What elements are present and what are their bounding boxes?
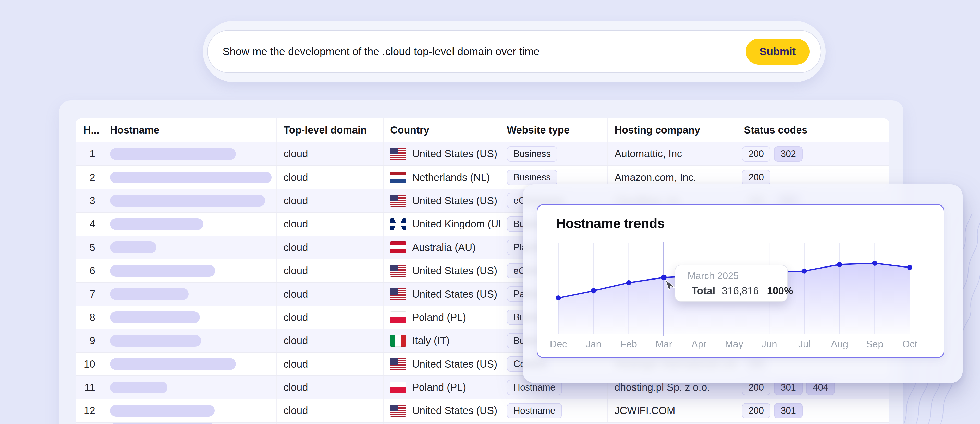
us-flag-icon <box>390 358 406 370</box>
x-axis-label: Mar <box>655 339 672 349</box>
redacted-hostname-bar <box>110 423 215 424</box>
redacted-hostname-bar <box>110 288 189 300</box>
country-name: United States (US) <box>412 265 497 276</box>
us-flag-icon <box>390 405 406 417</box>
cell-website-type: Business <box>500 142 608 166</box>
cell-rank: 6 <box>76 259 103 282</box>
data-point-jan[interactable] <box>591 288 596 293</box>
country-name: Poland (PL) <box>412 312 466 323</box>
hosting-company-name: JCWIFI.COM <box>614 405 675 416</box>
cell-website-type: Hostname <box>500 399 608 422</box>
cell-tld: cloud <box>277 376 383 399</box>
country-name: United Kingdom (UK) <box>412 218 500 230</box>
table-row: 12cloudUnited States (US)HostnameJCWIFI.… <box>76 399 889 422</box>
cell-country: United States (US) <box>383 399 500 422</box>
cell-tld: cloud <box>277 353 383 376</box>
x-axis-label: Dec <box>550 339 567 349</box>
cell-hostname <box>103 376 277 399</box>
cell-tld: cloud <box>277 282 383 305</box>
cell-country <box>383 423 500 424</box>
cell-rank: 9 <box>76 329 103 352</box>
us-flag-icon <box>390 288 406 300</box>
data-point-aug[interactable] <box>837 262 842 267</box>
table-header-row: H... Hostname Top-level domain Country W… <box>76 118 889 142</box>
header-tld: Top-level domain <box>277 118 383 142</box>
mouse-cursor-icon <box>664 279 678 294</box>
x-axis-label: Jun <box>762 339 777 349</box>
cell-country: Italy (IT) <box>383 329 500 352</box>
status-code-badge: 200 <box>742 170 770 185</box>
cell-hostname <box>103 399 277 422</box>
cell-country: United Kingdom (UK) <box>383 213 500 235</box>
au-flag-icon <box>390 241 406 253</box>
data-point-sep[interactable] <box>872 261 877 266</box>
cell-rank: 1 <box>76 142 103 166</box>
redacted-hostname-bar <box>110 382 167 394</box>
hosting-company-name: Automattic, Inc <box>614 148 682 159</box>
hosting-company-name: Amazon.com, Inc. <box>614 172 696 183</box>
country-name: Australia (AU) <box>412 242 476 253</box>
cell-tld: cloud <box>277 236 383 259</box>
nl-flag-icon <box>390 172 406 183</box>
cell-tld: cloud <box>277 259 383 282</box>
cell-country: United States (US) <box>383 282 500 305</box>
cell-rank: 11 <box>76 376 103 399</box>
cell-tld: cloud <box>277 213 383 235</box>
cell-rank: 7 <box>76 282 103 305</box>
us-flag-icon <box>390 265 406 277</box>
redacted-hostname-bar <box>110 311 200 323</box>
cell-tld: cloud <box>277 166 383 189</box>
cell-hostname <box>103 236 277 259</box>
country-name: Netherlands (NL) <box>412 172 490 183</box>
cell-hostname <box>103 282 277 305</box>
cell-tld: cloud <box>277 306 383 329</box>
header-hosting-company: Hosting company <box>608 118 737 142</box>
cell-status-codes: 200301 <box>737 399 889 422</box>
country-name: United States (US) <box>412 148 497 159</box>
cell-country: Poland (PL) <box>383 306 500 329</box>
cell-country: United States (US) <box>383 353 500 376</box>
cell-rank: 12 <box>76 399 103 422</box>
query-input[interactable] <box>208 30 821 72</box>
status-code-badge: 200 <box>742 146 770 162</box>
cell-hostname <box>103 353 277 376</box>
website-type-badge: Business <box>507 146 557 162</box>
data-point-oct[interactable] <box>907 265 912 270</box>
cell-hostname <box>103 306 277 329</box>
pl-flag-icon <box>390 311 406 323</box>
cell-country: Poland (PL) <box>383 376 500 399</box>
website-type-badge: Business <box>507 170 557 185</box>
data-point-dec[interactable] <box>556 295 561 300</box>
tooltip-share: 100% <box>767 285 793 296</box>
redacted-hostname-bar <box>110 405 215 417</box>
cell-hostname <box>103 142 277 166</box>
header-status-codes: Status codes <box>737 118 889 142</box>
cell-tld: cloud <box>277 190 383 212</box>
uk-flag-icon <box>390 218 406 230</box>
cell-hostname <box>103 259 277 282</box>
status-code-badge: 200 <box>742 403 770 418</box>
cell-tld: cloud <box>277 399 383 422</box>
website-type-badge: Hostname <box>507 403 562 418</box>
submit-button[interactable]: Submit <box>746 38 810 65</box>
cell-hosting-company: Automattic, Inc <box>608 142 737 166</box>
x-axis-label: Apr <box>691 339 706 349</box>
us-flag-icon <box>390 148 406 160</box>
cell-tld: cloud <box>277 142 383 166</box>
data-point-feb[interactable] <box>626 280 631 285</box>
header-rank: H... <box>76 118 103 142</box>
redacted-hostname-bar <box>110 265 215 277</box>
it-flag-icon <box>390 335 406 347</box>
hosting-company-name: dhosting.pl Sp. z o.o. <box>614 382 710 393</box>
cell-hostname <box>103 423 277 424</box>
cell-rank: 3 <box>76 190 103 212</box>
cell-hostname <box>103 213 277 235</box>
cell-country: United States (US) <box>383 190 500 212</box>
header-country: Country <box>383 118 500 142</box>
cell-country: Australia (AU) <box>383 236 500 259</box>
data-point-jul[interactable] <box>802 269 807 274</box>
tooltip-series-label: Total <box>692 285 715 296</box>
cell-hosting-company: JCWIFI.COM <box>608 399 737 422</box>
header-website-type: Website type <box>500 118 608 142</box>
cell-rank: 8 <box>76 306 103 329</box>
